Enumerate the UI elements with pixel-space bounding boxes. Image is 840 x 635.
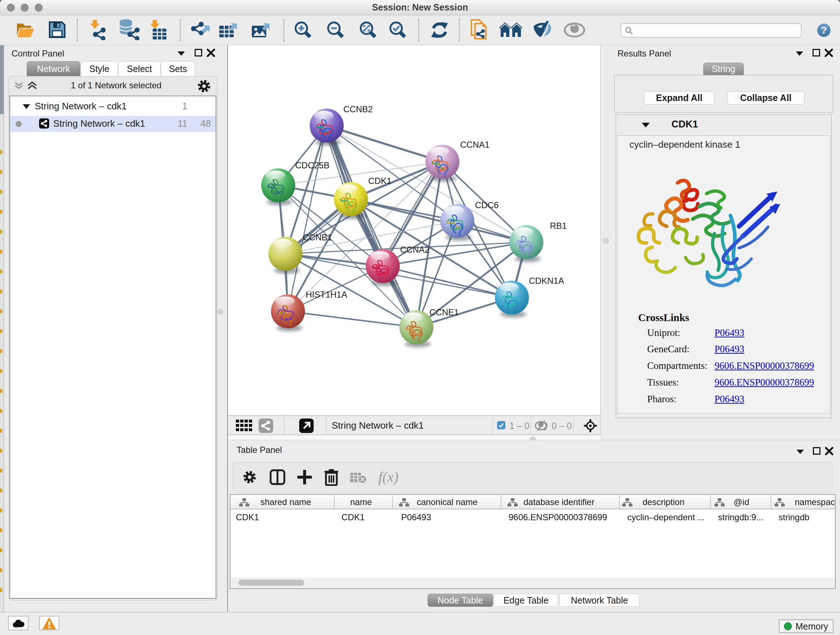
- svg-text:CDK1: CDK1: [368, 176, 392, 186]
- svg-text:CCNB1: CCNB1: [303, 233, 332, 242]
- svg-text:CDKN1A: CDKN1A: [529, 276, 564, 286]
- svg-text:HIST1H1A: HIST1H1A: [306, 290, 347, 299]
- svg-text:CCNB2: CCNB2: [343, 104, 373, 114]
- svg-text:CCNE1: CCNE1: [429, 307, 459, 317]
- svg-text:RB1: RB1: [550, 221, 567, 231]
- svg-text:CDC6: CDC6: [475, 200, 499, 210]
- svg-text:CCNA1: CCNA1: [460, 140, 489, 149]
- svg-text:CDC25B: CDC25B: [295, 160, 330, 170]
- svg-text:CCNA2: CCNA2: [400, 245, 429, 255]
